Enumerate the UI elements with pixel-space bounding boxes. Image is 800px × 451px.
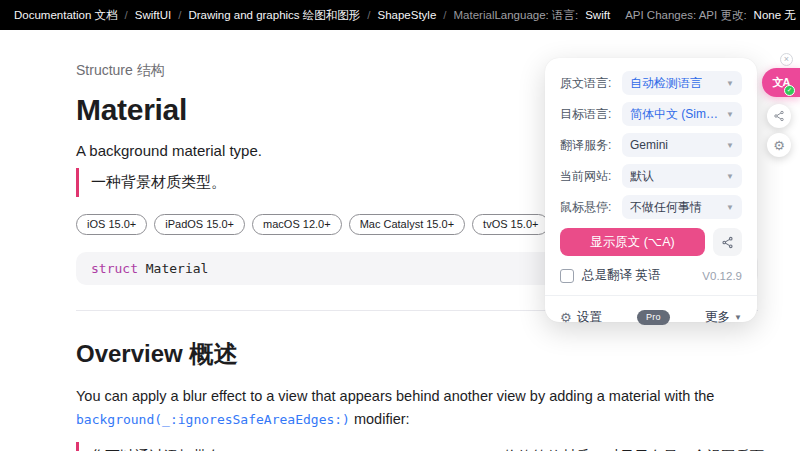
mouse-hover-select[interactable]: 不做任何事情 ▼	[622, 195, 742, 219]
always-translate-row: 总是翻译 英语 V0.12.9	[560, 267, 742, 284]
floating-settings-button[interactable]: ⚙	[767, 133, 791, 157]
mouse-hover-value: 不做任何事情	[630, 199, 702, 216]
source-language-label: 原文语言:	[560, 75, 622, 92]
mouse-hover-label: 鼠标悬停:	[560, 199, 622, 216]
current-site-row: 当前网站: 默认 ▼	[560, 164, 742, 188]
code-symbol-name: Material	[138, 261, 208, 276]
translate-floating-button[interactable]: 文A ✓	[762, 68, 800, 97]
code-keyword: struct	[91, 261, 138, 276]
language-label: Language: 语言:	[494, 8, 578, 23]
source-language-value: 自动检测语言	[630, 75, 702, 92]
source-language-row: 原文语言: 自动检测语言 ▼	[560, 71, 742, 95]
platform-badge-tvos: tvOS 15.0+	[472, 214, 549, 235]
platform-badge-ios: iOS 15.0+	[76, 214, 147, 235]
translate-extension-popup: 原文语言: 自动检测语言 ▼ 目标语言: 简体中文 (Simplified ..…	[545, 58, 757, 322]
overview-heading: Overview 概述	[76, 338, 758, 370]
page-metadata: Language: 语言: Swift API Changes: API 更改:…	[494, 8, 795, 23]
pro-badge[interactable]: Pro	[637, 310, 670, 325]
share-icon	[721, 236, 734, 249]
platform-badge-mac-catalyst: Mac Catalyst 15.0+	[349, 214, 465, 235]
breadcrumb: Documentation 文档 / SwiftUI / Drawing and…	[14, 8, 494, 23]
background-modifier-link[interactable]: background(_:ignoresSafeAreaEdges:)	[76, 412, 350, 427]
source-language-select[interactable]: 自动检测语言 ▼	[622, 71, 742, 95]
share-icon	[773, 110, 785, 122]
show-original-button[interactable]: 显示原文 (⌥A)	[560, 228, 705, 256]
api-changes-label: API Changes: API 更改:	[625, 8, 746, 23]
translate-service-select[interactable]: Gemini ▼	[622, 133, 742, 157]
close-icon: ×	[784, 54, 789, 64]
target-language-select[interactable]: 简体中文 (Simplified ... ▼	[622, 102, 742, 126]
floating-close-button[interactable]: ×	[780, 53, 793, 66]
target-language-row: 目标语言: 简体中文 (Simplified ... ▼	[560, 102, 742, 126]
translate-service-row: 翻译服务: Gemini ▼	[560, 133, 742, 157]
current-site-value: 默认	[630, 168, 654, 185]
chevron-down-icon: ▼	[726, 110, 734, 119]
breadcrumb-swiftui[interactable]: SwiftUI	[135, 9, 171, 21]
current-site-select[interactable]: 默认 ▼	[622, 164, 742, 188]
share-button[interactable]	[713, 228, 742, 256]
floating-share-button[interactable]	[767, 104, 791, 128]
translate-service-label: 翻译服务:	[560, 137, 622, 154]
target-language-value: 简体中文 (Simplified ...	[630, 106, 722, 123]
chevron-down-icon: ▼	[734, 313, 742, 322]
gear-icon: ⚙	[773, 138, 785, 153]
breadcrumb-material-current: Material	[454, 9, 495, 21]
mouse-hover-row: 鼠标悬停: 不做任何事情 ▼	[560, 195, 742, 219]
chevron-down-icon: ▼	[726, 172, 734, 181]
settings-label: 设置	[577, 309, 602, 326]
breadcrumb-shapestyle[interactable]: ShapeStyle	[378, 9, 437, 21]
top-navigation-bar: Documentation 文档 / SwiftUI / Drawing and…	[0, 0, 800, 30]
overview-text-after: modifier:	[350, 411, 410, 427]
breadcrumb-drawing-and-graphics[interactable]: Drawing and graphics 绘图和图形	[188, 8, 360, 23]
more-menu-button[interactable]: 更多 ▼	[705, 309, 742, 326]
platform-badge-macos: macOS 12.0+	[252, 214, 342, 235]
target-language-label: 目标语言:	[560, 106, 622, 123]
overview-paragraph: You can apply a blur effect to a view th…	[76, 385, 758, 431]
extension-version: V0.12.9	[702, 270, 742, 282]
breadcrumb-separator: /	[125, 9, 128, 21]
api-changes-value[interactable]: None 无	[754, 8, 796, 23]
chevron-down-icon: ▼	[726, 203, 734, 212]
chevron-down-icon: ▼	[726, 141, 734, 150]
chevron-down-icon: ▼	[726, 79, 734, 88]
language-value[interactable]: Swift	[585, 9, 610, 21]
translate-service-value: Gemini	[630, 138, 668, 152]
overview-text: You can apply a blur effect to a view th…	[76, 388, 714, 404]
settings-button[interactable]: ⚙ 设置	[560, 309, 602, 326]
more-label: 更多	[705, 309, 730, 326]
breadcrumb-separator: /	[178, 9, 181, 21]
translated-check-icon: ✓	[784, 85, 795, 96]
always-translate-checkbox[interactable]	[560, 269, 574, 283]
overview-translation-quote: 您可以通过添加带有 background(_:ignoresSafeAreaEd…	[76, 442, 766, 451]
current-site-label: 当前网站:	[560, 168, 622, 185]
breadcrumb-separator: /	[443, 9, 446, 21]
always-translate-label[interactable]: 总是翻译 英语	[582, 267, 660, 284]
gear-icon: ⚙	[560, 310, 572, 325]
platform-badge-ipados: iPadOS 15.0+	[154, 214, 245, 235]
breadcrumb-separator: /	[367, 9, 370, 21]
breadcrumb-documentation[interactable]: Documentation 文档	[14, 8, 118, 23]
popup-footer: ⚙ 设置 Pro 更多 ▼	[545, 295, 757, 329]
